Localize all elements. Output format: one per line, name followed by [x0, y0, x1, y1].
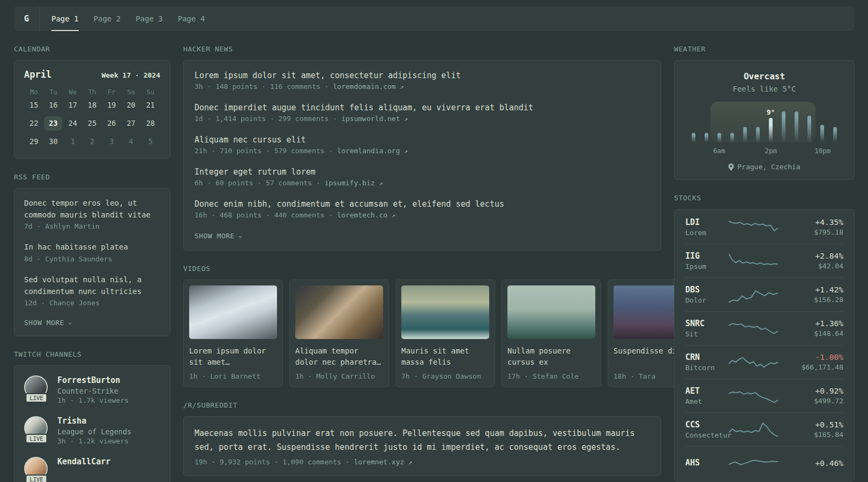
- page-tab[interactable]: Page 1: [51, 6, 79, 31]
- chevron-down-icon: ⌄: [238, 232, 243, 238]
- twitch-section-header: TWITCH CHANNELS: [14, 350, 170, 358]
- stock-row[interactable]: DBS Dolor +1.42% $156.28: [685, 277, 843, 311]
- calendar-month: April: [24, 69, 51, 80]
- external-link-icon: ↗: [404, 147, 408, 155]
- app-logo[interactable]: G: [14, 6, 40, 31]
- rss-item: In hac habitasse platea 8d · Cynthia Sau…: [24, 242, 160, 263]
- page-tab[interactable]: Page 4: [178, 6, 205, 31]
- hackernews-widget: Lorem ipsum dolor sit amet, consectetur …: [183, 60, 661, 251]
- twitch-channel-row[interactable]: LIVE ForrestBurton Counter-Strike 1h · 1…: [24, 375, 160, 404]
- external-link-icon: ↗: [400, 83, 404, 91]
- weather-temp-label: 9°: [767, 108, 775, 116]
- hackernews-item-title[interactable]: Aliquam nec cursus elit: [194, 135, 650, 145]
- calendar-day: 24: [64, 116, 82, 131]
- hackernews-item-domain[interactable]: ipsumworld.net: [341, 115, 400, 123]
- twitch-channel-name[interactable]: KendallCarr: [57, 457, 110, 466]
- video-title[interactable]: Mauris sit amet massa felis: [401, 345, 489, 368]
- subreddit-post-title[interactable]: Maecenas mollis pulvinar erat non posuer…: [194, 426, 650, 455]
- stock-sparkline: [729, 386, 778, 406]
- stock-symbol[interactable]: CCS: [685, 420, 723, 430]
- calendar-day: 15: [25, 98, 43, 112]
- rss-item-title[interactable]: In hac habitasse platea: [24, 242, 160, 253]
- video-card[interactable]: Nullam posuere cursus ex 17h · Stefan Co…: [502, 280, 601, 387]
- stock-change: +4.35%: [783, 218, 843, 227]
- video-meta: 18h · Tara: [613, 372, 674, 380]
- rss-item-title[interactable]: Sed volutpat nulla nisl, a condimentum n…: [24, 274, 160, 297]
- stock-row[interactable]: LDI Lorem +4.35% $795.18: [685, 210, 843, 244]
- twitch-channel-row[interactable]: LIVE KendallCarr: [24, 457, 160, 480]
- video-thumbnail[interactable]: [613, 285, 674, 339]
- video-thumbnail[interactable]: [507, 285, 595, 339]
- calendar-day: 19: [102, 98, 121, 112]
- video-title[interactable]: Suspendisse diam: [613, 345, 674, 368]
- stock-row[interactable]: CCS Consectetur +0.51% $165.84: [685, 412, 843, 446]
- live-badge: LIVE: [25, 434, 47, 443]
- twitch-channel-meta: 1h · 1.7k viewers: [57, 396, 129, 404]
- stock-row[interactable]: SNRC Sit +1.36% $148.64: [685, 311, 843, 345]
- external-link-icon: ↗: [408, 458, 412, 466]
- stocks-widget: LDI Lorem +4.35% $795.18 IIG Ipsum: [674, 209, 855, 481]
- weather-time-label: 2pm: [765, 147, 777, 155]
- video-title[interactable]: Nullam posuere cursus ex: [507, 345, 595, 368]
- stock-symbol[interactable]: SNRC: [685, 319, 723, 328]
- hackernews-item-domain[interactable]: loremtech.co: [337, 211, 387, 219]
- calendar-dow-row: Mo Tu We Th Fr Sa Su: [24, 88, 160, 98]
- weather-location: Prague, Czechia: [684, 163, 844, 171]
- rss-show-more-button[interactable]: SHOW MORE ⌄: [24, 319, 72, 327]
- stock-row[interactable]: IIG Ipsum +2.84% $42.04: [685, 244, 843, 277]
- video-thumbnail[interactable]: [189, 285, 277, 339]
- video-thumbnail[interactable]: [401, 285, 489, 339]
- rss-item-title[interactable]: Donec tempor eros leo, ut commodo mauris…: [24, 198, 160, 221]
- stock-change: +1.42%: [783, 285, 843, 294]
- video-thumbnail[interactable]: [295, 285, 383, 339]
- hackernews-item-title[interactable]: Integer eget rutrum lorem: [194, 167, 650, 177]
- twitch-channel-name[interactable]: ForrestBurton: [57, 375, 129, 385]
- stock-row[interactable]: AET Amet +0.92% $499.72: [685, 379, 843, 412]
- twitch-channel-name[interactable]: Trisha: [57, 416, 131, 426]
- page-tab[interactable]: Page 2: [94, 6, 121, 31]
- twitch-avatar-wrap: LIVE: [24, 457, 49, 480]
- video-card[interactable]: Suspendisse diam 18h · Tara: [608, 280, 674, 387]
- video-title[interactable]: Lorem ipsum dolor sit amet consectetu…: [189, 345, 277, 368]
- stock-row[interactable]: CRN Bitcorn -1.00% $66,171.48: [685, 345, 843, 379]
- twitch-channel-game[interactable]: League of Legends: [57, 427, 131, 436]
- calendar-day: 26: [102, 116, 121, 131]
- hackernews-item-domain[interactable]: loremdomain.com: [333, 82, 395, 91]
- hackernews-item-domain[interactable]: loremlandia.org: [337, 147, 400, 155]
- video-card[interactable]: Lorem ipsum dolor sit amet consectetu… 1…: [183, 280, 283, 387]
- stock-symbol[interactable]: AET: [685, 386, 723, 396]
- twitch-channel-game[interactable]: Counter-Strike: [57, 387, 129, 395]
- stock-symbol[interactable]: DBS: [685, 285, 723, 295]
- subreddit-post-meta: 19h · 9,932 points · 1,090 comments · lo…: [194, 458, 650, 466]
- subreddit-section-header: /R/SUBREDDIT: [183, 401, 661, 409]
- stock-symbol[interactable]: CRN: [685, 352, 723, 362]
- twitch-channel-meta: 3h · 1.2k viewers: [57, 437, 131, 445]
- video-card[interactable]: Mauris sit amet massa felis 7h · Grayson…: [395, 280, 495, 387]
- rss-item: Sed volutpat nulla nisl, a condimentum n…: [24, 274, 160, 307]
- hackernews-item-title[interactable]: Lorem ipsum dolor sit amet, consectetur …: [194, 71, 650, 80]
- calendar-day: 22: [25, 116, 43, 131]
- subreddit-post-domain[interactable]: loremnet.xyz: [354, 458, 404, 466]
- hackernews-item: Donec imperdiet augue tincidunt felis al…: [194, 103, 650, 123]
- hackernews-item-title[interactable]: Donec imperdiet augue tincidunt felis al…: [194, 103, 650, 112]
- calendar-day: 4: [122, 134, 140, 149]
- calendar-dow: Tu: [43, 88, 63, 96]
- stock-symbol[interactable]: AHS: [685, 458, 723, 468]
- hackernews-show-more-button[interactable]: SHOW MORE ⌄: [194, 232, 243, 240]
- calendar-day: 3: [102, 134, 121, 149]
- video-title[interactable]: Aliquam tempor dolor nec pharetra…: [295, 345, 383, 368]
- live-badge: LIVE: [25, 393, 47, 403]
- stock-symbol[interactable]: IIG: [685, 251, 723, 261]
- page-tab[interactable]: Page 3: [136, 6, 163, 31]
- weather-section-header: WEATHER: [674, 45, 855, 53]
- stock-name: Sit: [685, 330, 723, 338]
- stock-symbol[interactable]: LDI: [685, 217, 723, 227]
- stock-row[interactable]: AHS +0.46%: [685, 446, 843, 480]
- hackernews-item-title[interactable]: Donec enim nibh, condimentum et accumsan…: [194, 199, 650, 209]
- video-card[interactable]: Aliquam tempor dolor nec pharetra… 1h · …: [289, 280, 389, 387]
- twitch-channel-row[interactable]: LIVE Trisha League of Legends 3h · 1.2k …: [24, 416, 160, 445]
- stock-change: +0.51%: [783, 420, 843, 429]
- hackernews-item-domain[interactable]: ipsumify.biz: [325, 179, 375, 187]
- calendar-day: 5: [141, 134, 160, 149]
- weather-hour-bar: [807, 116, 811, 142]
